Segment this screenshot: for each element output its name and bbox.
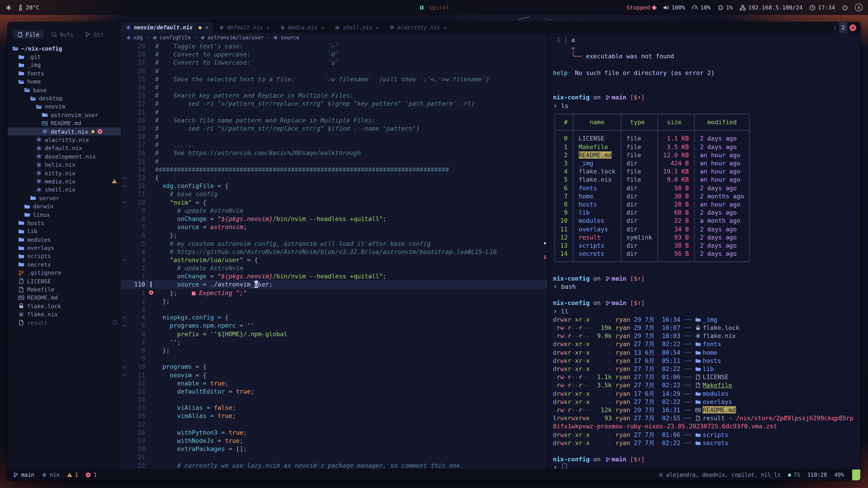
code-line[interactable]: 15 viAlias = false; [121, 404, 548, 412]
tabpage-1[interactable]: 1 [831, 22, 839, 33]
buffer-tab-neovim/default.nix[interactable]: neovim/default.nix× [121, 22, 214, 33]
terminal-pane[interactable]: 1 │ a · ┬ ╰── executable was not foundhe… [548, 33, 860, 469]
tree-item-overlays[interactable]: overlays [8, 244, 121, 252]
temperature-widget[interactable]: 28°C [17, 4, 39, 11]
code-line[interactable]: 29# Toggle text's case: `~` [121, 42, 548, 50]
code-line[interactable]: 3 [121, 305, 548, 313]
code-line[interactable]: 6 }; [121, 231, 548, 239]
code-line[interactable]: 10 "nvim" = { [121, 198, 548, 206]
code-line[interactable]: 22# sed -ri "s/pattern_str/replace_str/g… [121, 100, 548, 108]
tree-item-home[interactable]: home [8, 77, 121, 86]
tree-item-astronvim_user[interactable]: astronvim_user [8, 111, 121, 119]
code-line[interactable]: 7 ''; [121, 338, 548, 346]
clock-widget[interactable]: 17:34 [809, 4, 835, 11]
tree-item-_img[interactable]: _img [8, 61, 121, 69]
tree-item-hosts[interactable]: hosts [8, 219, 121, 227]
tab-git[interactable]: Git [81, 30, 108, 39]
buffer-tab-alacritty.nix[interactable]: alacritty.nix× [384, 22, 452, 33]
code-line[interactable]: 19# sed -ri "s/pattern_str/replace_str/g… [121, 124, 548, 132]
tree-item-darwin[interactable]: darwin [8, 202, 121, 210]
code-line[interactable]: 5 programs.npm.npmrc = '' [121, 322, 548, 330]
code-line[interactable]: 21 [121, 453, 548, 461]
code-line[interactable]: 23# Search key pattern and Replace in Mu… [121, 91, 548, 99]
buffer-tab-media.nix[interactable]: media.nix× [275, 22, 330, 33]
tab-file[interactable]: File [13, 30, 43, 39]
tree-item-kitty.nix[interactable]: kitty.nix [8, 169, 121, 177]
code-line[interactable]: 2 }; [121, 297, 548, 305]
code-line[interactable]: 11 neovim = { [121, 371, 548, 379]
code-line[interactable]: 20# Search file name pattern and Replace… [121, 116, 548, 124]
fold-chevron-icon[interactable] [121, 173, 128, 182]
tree-item-media.nix[interactable]: media.nix [8, 177, 121, 186]
pause-icon[interactable] [419, 4, 425, 11]
tree-item-.gitignore[interactable]: .gitignore [8, 269, 121, 277]
tree-item-fonts[interactable]: fonts [8, 69, 121, 77]
tree-item-Makefile[interactable]: Makefile [8, 285, 121, 294]
breadcrumb-segment-astronvim/lua/user[interactable]: astronvim/lua/user [200, 34, 264, 41]
code-line[interactable]: 14 [121, 395, 548, 403]
tree-item-alacritty.nix[interactable]: alacritty.nix [8, 136, 121, 144]
tree-item-flake.nix[interactable]: flake.nix [8, 310, 121, 319]
network-widget[interactable]: 192.168.5.100/24 [740, 4, 803, 11]
tree-item-default.nix[interactable]: default.nix [8, 144, 121, 152]
close-icon[interactable]: × [205, 24, 209, 31]
fold-chevron-icon[interactable] [121, 313, 128, 321]
volume-widget[interactable]: 100% [663, 4, 685, 11]
tree-item-secrets[interactable]: secrets [8, 260, 121, 269]
code-line[interactable]: 4 # https://github.com/AstroNvim/AstroNv… [121, 248, 548, 256]
code-line[interactable]: 15# [121, 157, 548, 165]
code-line[interactable]: 9 [121, 354, 548, 362]
code-line[interactable]: 8 }; [121, 346, 548, 354]
code-line[interactable]: 26# [121, 67, 548, 75]
code-line[interactable]: 16# See https://astronvim.com/Basic%20Us… [121, 149, 548, 157]
code-line[interactable]: 18# [121, 132, 548, 140]
power-icon[interactable] [842, 4, 848, 11]
tree-item-README.md[interactable]: README.md [8, 119, 121, 127]
code-line[interactable]: 110 source = ./astronvim_user; [121, 281, 548, 289]
memory-widget[interactable]: 1% [717, 4, 733, 11]
tree-item-server[interactable]: server [8, 194, 121, 202]
code-line[interactable]: 13 defaultEditor = true; [121, 387, 548, 395]
fold-chevron-icon[interactable] [121, 322, 128, 330]
code-line[interactable]: 24# [121, 83, 548, 91]
tree-item-development.nix[interactable]: development.nix [8, 152, 121, 161]
code-line[interactable]: 11 # base config [121, 190, 548, 198]
tree-item-helix.nix[interactable]: helix.nix [8, 161, 121, 169]
tree-item-result[interactable]: result [8, 319, 121, 327]
code-line[interactable]: 10 programs = { [121, 363, 548, 371]
code-line[interactable]: 3 "astronvim/lua/user" = { [121, 256, 548, 264]
code-line[interactable]: 5 # my cusotom astronvim config, astronv… [121, 239, 548, 248]
editor-pane[interactable]: xdg›configFile›astronvim/lua/user›source… [121, 33, 548, 469]
tree-item-modules[interactable]: modules [8, 235, 121, 244]
nixos-logo-icon[interactable] [5, 4, 12, 11]
buffer-tab-shell.nix[interactable]: shell.nix× [330, 22, 384, 33]
tree-item-default.nix[interactable]: default.nix [8, 127, 121, 136]
cpu-widget[interactable]: 10% [692, 4, 711, 11]
code-line[interactable]: 8 onChange = "${pkgs.neovim}/bin/nvim --… [121, 215, 548, 223]
tree-item-shell.nix[interactable]: shell.nix [8, 186, 121, 194]
close-icon[interactable]: × [444, 24, 447, 31]
breadcrumb-segment-configFile[interactable]: configFile [152, 34, 191, 41]
recording-widget[interactable]: Stopped [626, 4, 656, 11]
tree-item-flake.lock[interactable]: flake.lock [8, 302, 121, 310]
code-line[interactable]: 28# Convert to uppercase: `U` [121, 50, 548, 58]
code-line[interactable]: 9 # update AstroNvim [121, 206, 548, 215]
code-line[interactable]: 1 }; ■ Expecting ";" [121, 289, 548, 297]
code-line[interactable]: 20 extraPackages = []; [121, 445, 548, 453]
tree-item-.git[interactable]: .git [8, 53, 121, 61]
code-line[interactable]: 22 # currently we use lazy.nvim as neovi… [121, 461, 548, 469]
code-line[interactable]: 12 enable = true; [121, 379, 548, 387]
tree-item-linux[interactable]: linux [8, 210, 121, 219]
close-all-icon[interactable]: × [849, 24, 856, 31]
code-line[interactable]: 4 nixpkgs.config = { [121, 313, 548, 321]
tabpage-2[interactable]: 2 [839, 22, 847, 33]
code-line[interactable]: 21# [121, 108, 548, 116]
tree-item-~/nix-config[interactable]: ~/nix-config [8, 44, 121, 53]
tree-item-LICENSE[interactable]: LICENSE [8, 277, 121, 285]
code-line[interactable]: 17 [121, 420, 548, 428]
fold-chevron-icon[interactable] [121, 363, 128, 371]
close-icon[interactable]: × [376, 24, 379, 31]
code-line[interactable]: 17# ...... [121, 141, 548, 149]
code-line[interactable]: 13{ [121, 173, 548, 182]
code-line[interactable]: 1 onChange = "${pkgs.neovim}/bin/nvim --… [121, 272, 548, 281]
